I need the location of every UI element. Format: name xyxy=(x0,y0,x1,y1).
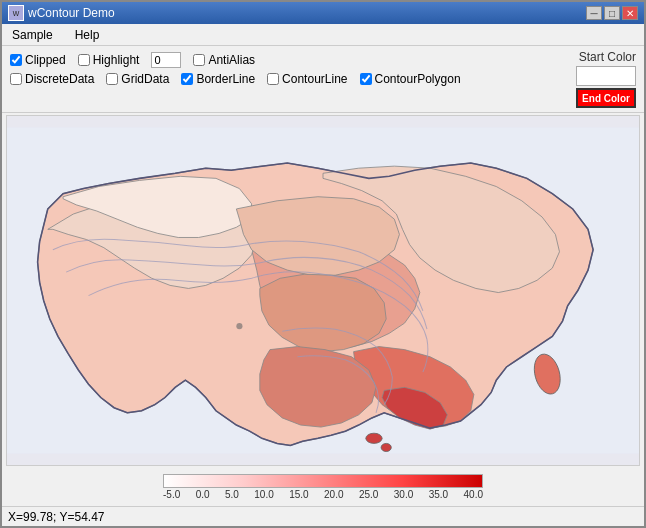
titlebar: w wContour Demo ─ □ ✕ xyxy=(2,2,644,24)
colorbar-label-5: 20.0 xyxy=(324,489,343,500)
colorbar-label-0: -5.0 xyxy=(163,489,180,500)
antialias-label: AntiAlias xyxy=(208,53,255,67)
antialias-input[interactable] xyxy=(193,54,205,66)
highlight-input-check[interactable] xyxy=(78,54,90,66)
minimize-button[interactable]: ─ xyxy=(586,6,602,20)
colorbar-area: -5.0 0.0 5.0 10.0 15.0 20.0 25.0 30.0 35… xyxy=(2,468,644,506)
contour-line-checkbox[interactable]: ContourLine xyxy=(267,72,347,86)
contour-polygon-input[interactable] xyxy=(360,73,372,85)
menu-help[interactable]: Help xyxy=(69,26,106,44)
titlebar-left: w wContour Demo xyxy=(8,5,115,21)
border-line-label: BorderLine xyxy=(196,72,255,86)
svg-point-3 xyxy=(381,443,391,451)
colorbar-label-2: 5.0 xyxy=(225,489,239,500)
colorbar-labels: -5.0 0.0 5.0 10.0 15.0 20.0 25.0 30.0 35… xyxy=(163,489,483,500)
toolbar-row2: DiscreteData GridData BorderLine Contour… xyxy=(10,70,568,88)
highlight-value-input[interactable] xyxy=(151,52,181,68)
colorbar-label-1: 0.0 xyxy=(196,489,210,500)
window-title: wContour Demo xyxy=(28,6,115,20)
map-svg xyxy=(7,116,639,465)
statusbar: X=99.78; Y=54.47 xyxy=(2,506,644,526)
end-color-label: End Color xyxy=(582,93,630,104)
close-button[interactable]: ✕ xyxy=(622,6,638,20)
toolbar-row1: Clipped Highlight AntiAlias xyxy=(10,50,568,70)
map-area[interactable] xyxy=(6,115,640,466)
toolbar-left: Clipped Highlight AntiAlias DiscreteData xyxy=(10,50,568,88)
colorbar-label-8: 35.0 xyxy=(429,489,448,500)
colorbar-label-4: 15.0 xyxy=(289,489,308,500)
border-line-input[interactable] xyxy=(181,73,193,85)
antialias-checkbox[interactable]: AntiAlias xyxy=(193,53,255,67)
discrete-data-checkbox[interactable]: DiscreteData xyxy=(10,72,94,86)
contour-polygon-label: ContourPolygon xyxy=(375,72,461,86)
toolbar: Clipped Highlight AntiAlias DiscreteData xyxy=(2,46,644,113)
contour-line-input[interactable] xyxy=(267,73,279,85)
discrete-data-input[interactable] xyxy=(10,73,22,85)
titlebar-buttons: ─ □ ✕ xyxy=(586,6,638,20)
clipped-label: Clipped xyxy=(25,53,66,67)
maximize-button[interactable]: □ xyxy=(604,6,620,20)
highlight-checkbox[interactable]: Highlight xyxy=(78,53,140,67)
colorbar-label-3: 10.0 xyxy=(254,489,273,500)
menubar: Sample Help xyxy=(2,24,644,46)
colorbar-label-6: 25.0 xyxy=(359,489,378,500)
toolbar-right: Start Color End Color xyxy=(576,50,636,108)
colorbar-label-7: 30.0 xyxy=(394,489,413,500)
clipped-input[interactable] xyxy=(10,54,22,66)
status-position: X=99.78; Y=54.47 xyxy=(8,510,105,524)
border-line-checkbox[interactable]: BorderLine xyxy=(181,72,255,86)
svg-point-4 xyxy=(236,323,242,329)
colorbar-label-9: 40.0 xyxy=(464,489,483,500)
clipped-checkbox[interactable]: Clipped xyxy=(10,53,66,67)
end-color-button[interactable]: End Color xyxy=(576,88,636,108)
menu-sample[interactable]: Sample xyxy=(6,26,59,44)
grid-data-label: GridData xyxy=(121,72,169,86)
contour-line-label: ContourLine xyxy=(282,72,347,86)
grid-data-checkbox[interactable]: GridData xyxy=(106,72,169,86)
app-icon: w xyxy=(8,5,24,21)
main-window: w wContour Demo ─ □ ✕ Sample Help Clippe… xyxy=(0,0,646,528)
grid-data-input[interactable] xyxy=(106,73,118,85)
colorbar xyxy=(163,474,483,488)
start-color-label: Start Color xyxy=(579,50,636,64)
svg-point-2 xyxy=(366,433,382,443)
colorbar-container: -5.0 0.0 5.0 10.0 15.0 20.0 25.0 30.0 35… xyxy=(163,474,483,500)
highlight-label: Highlight xyxy=(93,53,140,67)
start-color-button[interactable] xyxy=(576,66,636,86)
discrete-data-label: DiscreteData xyxy=(25,72,94,86)
contour-polygon-checkbox[interactable]: ContourPolygon xyxy=(360,72,461,86)
